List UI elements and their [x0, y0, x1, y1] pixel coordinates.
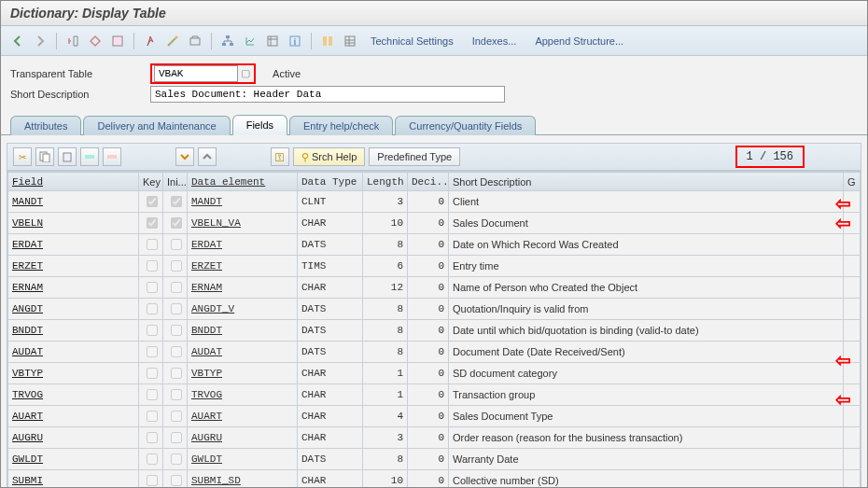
field-name[interactable]: ERDAT [8, 234, 139, 256]
append-icon[interactable] [318, 32, 337, 50]
copy-icon[interactable] [35, 147, 54, 166]
key-checkbox[interactable] [139, 384, 163, 406]
check-icon[interactable] [108, 32, 127, 50]
hierarchy-icon[interactable] [218, 32, 237, 50]
field-name[interactable]: BNDDT [8, 320, 139, 342]
cut-icon[interactable]: ✂ [13, 147, 32, 166]
tab-attributes[interactable]: Attributes [10, 116, 81, 135]
display-change-icon[interactable] [63, 32, 82, 50]
field-name[interactable]: ERZET [8, 256, 139, 277]
table-row[interactable]: AUDATAUDATDATS80Document Date (Date Rece… [8, 342, 861, 363]
key-checkbox[interactable] [139, 320, 163, 342]
table-row[interactable]: GWLDTGWLDTDATS80Warranty Date [8, 449, 861, 470]
tab-entry-help[interactable]: Entry help/check [289, 116, 393, 135]
init-checkbox[interactable] [163, 363, 188, 384]
key-checkbox[interactable] [139, 299, 163, 320]
data-element[interactable]: AUART [188, 406, 298, 427]
col-ini[interactable]: Ini... [163, 173, 188, 191]
expand-icon[interactable] [175, 147, 194, 166]
field-name[interactable]: MANDT [8, 191, 139, 213]
data-element[interactable]: AUGRU [188, 427, 298, 449]
table-row[interactable]: TRVOGTRVOGCHAR10Transaction group [8, 384, 861, 406]
back-icon[interactable] [8, 32, 27, 50]
data-element[interactable]: AUDAT [188, 342, 298, 363]
field-name[interactable]: ANGDT [8, 299, 139, 320]
table-name-input[interactable] [154, 65, 238, 82]
key-checkbox[interactable] [139, 427, 163, 449]
col-field[interactable]: Field [8, 173, 139, 191]
tab-currency[interactable]: Currency/Quantity Fields [395, 116, 536, 135]
data-element[interactable]: VBELN_VA [188, 213, 298, 234]
indexes-button[interactable]: Indexes... [465, 34, 525, 49]
other-object-icon[interactable] [86, 32, 105, 50]
forward-icon[interactable] [31, 32, 49, 50]
delete-row-icon[interactable] [103, 147, 121, 166]
data-element[interactable]: ANGDT_V [188, 299, 298, 320]
key-checkbox[interactable] [139, 234, 163, 256]
technical-settings-button[interactable]: Technical Settings [363, 34, 461, 49]
field-name[interactable]: VBELN [8, 213, 139, 234]
table-icon[interactable] [341, 32, 359, 50]
table-row[interactable]: AUGRUAUGRUCHAR30Order reason (reason for… [8, 427, 861, 449]
col-key[interactable]: Key [139, 173, 163, 191]
init-checkbox[interactable] [163, 213, 188, 234]
init-checkbox[interactable] [163, 299, 188, 320]
col-g[interactable]: G [844, 173, 861, 191]
init-checkbox[interactable] [163, 256, 188, 277]
key-icon[interactable]: ⚿ [271, 147, 289, 166]
table-row[interactable]: ERDATERDATDATS80Date on Which Record Was… [8, 234, 861, 256]
init-checkbox[interactable] [163, 427, 188, 449]
tab-fields[interactable]: Fields [232, 115, 287, 135]
data-element[interactable]: GWLDT [188, 449, 298, 470]
table-row[interactable]: MANDTMANDTCLNT30Client [8, 191, 861, 213]
tab-delivery[interactable]: Delivery and Maintenance [83, 116, 230, 135]
init-checkbox[interactable] [163, 277, 188, 299]
field-name[interactable]: ERNAM [8, 277, 139, 299]
key-checkbox[interactable] [139, 449, 163, 470]
data-element[interactable]: TRVOG [188, 384, 298, 406]
table-row[interactable]: SUBMISUBMI_SDCHAR100Collective number (S… [8, 470, 861, 489]
key-checkbox[interactable] [139, 256, 163, 277]
init-checkbox[interactable] [163, 342, 188, 363]
table-row[interactable]: BNDDTBNDDTDATS80Date until which bid/quo… [8, 320, 861, 342]
predefined-type-button[interactable]: Predefined Type [369, 147, 460, 166]
table-row[interactable]: ERNAMERNAMCHAR120Name of Person who Crea… [8, 277, 861, 299]
field-name[interactable]: VBTYP [8, 363, 139, 384]
key-checkbox[interactable] [139, 213, 163, 234]
value-help-icon[interactable]: ▢ [239, 67, 252, 78]
field-name[interactable]: GWLDT [8, 449, 139, 470]
contents-icon[interactable] [263, 32, 282, 50]
where-used-icon[interactable] [186, 32, 204, 50]
info-icon[interactable]: i [286, 32, 304, 50]
field-name[interactable]: AUDAT [8, 342, 139, 363]
data-element[interactable]: BNDDT [188, 320, 298, 342]
key-checkbox[interactable] [139, 342, 163, 363]
append-structure-button[interactable]: Append Structure... [527, 34, 631, 49]
data-element[interactable]: ERZET [188, 256, 298, 277]
col-data-type[interactable]: Data Type [298, 173, 363, 191]
data-element[interactable]: SUBMI_SD [188, 470, 298, 489]
activate-icon[interactable] [141, 32, 160, 50]
field-name[interactable]: TRVOG [8, 384, 139, 406]
init-checkbox[interactable] [163, 406, 188, 427]
table-row[interactable]: VBELNVBELN_VACHAR100Sales Document [8, 213, 861, 234]
key-checkbox[interactable] [139, 191, 163, 213]
data-element[interactable]: ERDAT [188, 234, 298, 256]
field-name[interactable]: AUGRU [8, 427, 139, 449]
collapse-icon[interactable] [198, 147, 217, 166]
key-checkbox[interactable] [139, 363, 163, 384]
table-row[interactable]: VBTYPVBTYPCHAR10SD document category [8, 363, 861, 384]
short-description-input[interactable] [150, 86, 505, 103]
col-length[interactable]: Length [363, 173, 408, 191]
col-data-element[interactable]: Data element [188, 173, 298, 191]
init-checkbox[interactable] [163, 470, 188, 489]
field-name[interactable]: SUBMI [8, 470, 139, 489]
table-row[interactable]: ANGDTANGDT_VDATS80Quotation/Inquiry is v… [8, 299, 861, 320]
data-element[interactable]: VBTYP [188, 363, 298, 384]
init-checkbox[interactable] [163, 384, 188, 406]
init-checkbox[interactable] [163, 234, 188, 256]
insert-row-icon[interactable] [80, 147, 99, 166]
init-checkbox[interactable] [163, 320, 188, 342]
table-row[interactable]: ERZETERZETTIMS60Entry time [8, 256, 861, 277]
init-checkbox[interactable] [163, 191, 188, 213]
